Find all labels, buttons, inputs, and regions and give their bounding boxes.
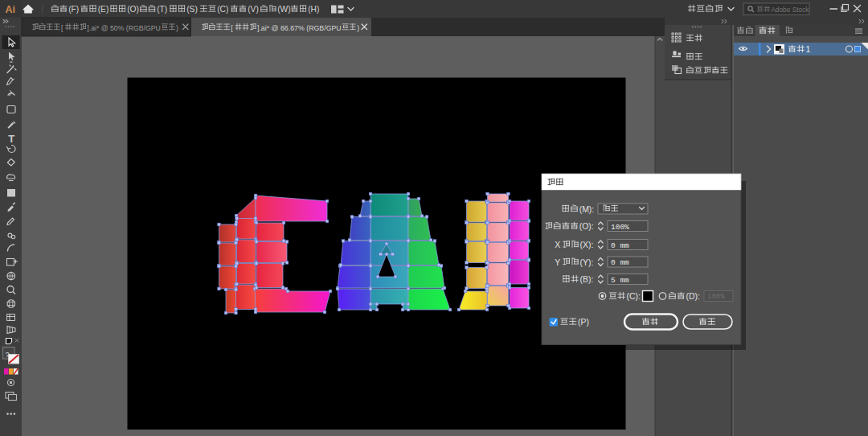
svg-text:): ) xyxy=(357,23,359,32)
svg-text:].ai* @ 66.67% (RGB/GPU: ].ai* @ 66.67% (RGB/GPU xyxy=(257,23,342,32)
svg-text:(M):: (M): xyxy=(579,205,595,214)
svg-text:(C):: (C): xyxy=(627,292,641,301)
svg-text:1: 1 xyxy=(806,45,811,54)
svg-text:): ) xyxy=(176,23,178,32)
svg-text:(O):: (O): xyxy=(579,222,594,231)
svg-text:T: T xyxy=(8,133,14,145)
svg-text:5 mm: 5 mm xyxy=(611,276,629,285)
svg-text:Adobe Stock: Adobe Stock xyxy=(771,6,809,14)
svg-text:100%: 100% xyxy=(611,223,629,232)
svg-text:(H): (H) xyxy=(308,5,319,14)
svg-text:(S): (S) xyxy=(186,5,198,14)
svg-text:Ai: Ai xyxy=(6,4,16,15)
svg-text:(T): (T) xyxy=(157,5,167,14)
svg-text:0 mm: 0 mm xyxy=(611,241,629,250)
svg-text:(Y):: (Y): xyxy=(580,258,594,267)
svg-text:[: [ xyxy=(231,23,233,32)
svg-text:(P): (P) xyxy=(578,318,589,327)
svg-text:(B):: (B): xyxy=(580,275,594,284)
svg-text:(D):: (D): xyxy=(686,292,700,301)
svg-text:(X):: (X): xyxy=(580,241,594,249)
svg-text:(V): (V) xyxy=(248,5,259,14)
svg-text:X: X xyxy=(555,241,560,249)
svg-text:Y: Y xyxy=(555,258,560,267)
svg-text:(F): (F) xyxy=(68,5,79,14)
svg-text:(C): (C) xyxy=(217,5,228,14)
svg-text:(W): (W) xyxy=(277,5,291,14)
svg-text:[: [ xyxy=(61,23,63,32)
svg-text:].ai* @ 50% (RGB/GPU: ].ai* @ 50% (RGB/GPU xyxy=(87,23,161,32)
svg-text:100%: 100% xyxy=(707,293,725,301)
svg-text:0 mm: 0 mm xyxy=(611,258,629,267)
svg-text:(E): (E) xyxy=(98,5,109,14)
svg-text:(O): (O) xyxy=(127,5,139,14)
